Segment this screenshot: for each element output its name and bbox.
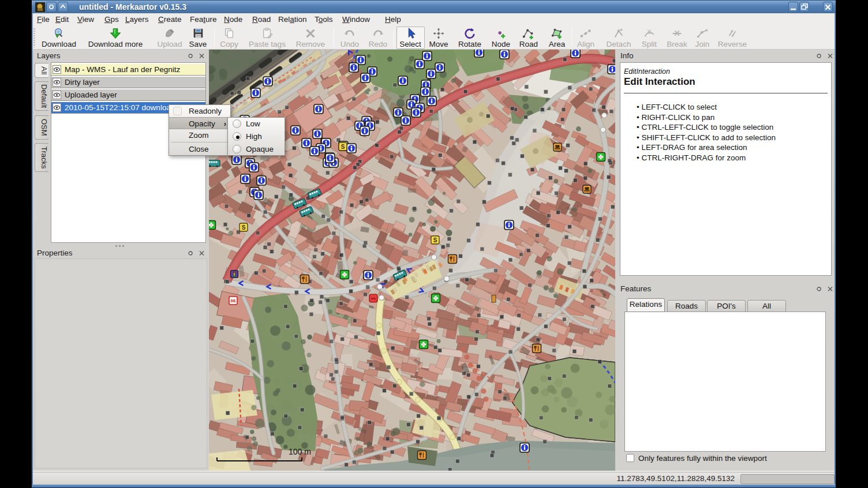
- svg-text:100 m: 100 m: [289, 447, 311, 456]
